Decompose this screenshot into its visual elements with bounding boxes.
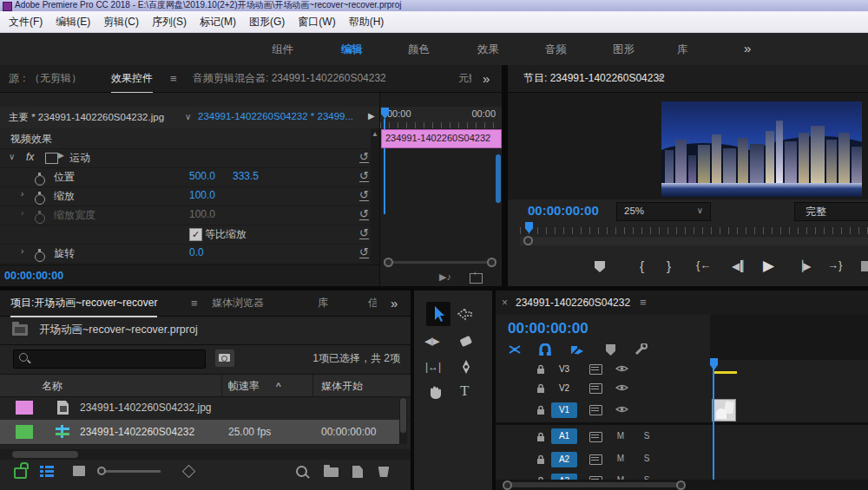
zoom-handle-right[interactable] [487, 258, 496, 267]
program-menu-icon[interactable]: ≡ [657, 65, 664, 92]
label-color-chip[interactable] [16, 425, 33, 439]
go-to-out-icon[interactable]: →} [827, 258, 842, 271]
project-menu-icon[interactable]: ≡ [191, 291, 198, 316]
workspace-overflow-icon[interactable]: » [744, 41, 751, 56]
track-output-eye-icon[interactable] [615, 405, 628, 414]
solo-button[interactable]: S [640, 452, 654, 466]
zoom-slider-handle[interactable] [97, 467, 106, 475]
scale-stopwatch-icon[interactable] [35, 194, 45, 205]
playback-resolution-dropdown[interactable]: 完整 [794, 202, 868, 221]
workspace-tab-libraries[interactable]: 库 [677, 42, 688, 57]
sync-lock-icon[interactable] [589, 432, 602, 442]
track-target-v1[interactable]: V1 [551, 402, 577, 418]
step-forward-icon[interactable]: ▕▶ [795, 260, 811, 272]
rotation-stopwatch-icon[interactable] [35, 252, 45, 262]
project-overflow-icon[interactable]: » [391, 291, 398, 316]
track-output-eye-icon[interactable] [615, 383, 628, 392]
export-frame-icon[interactable]: ↑ [470, 273, 483, 284]
workspace-tab-color[interactable]: 颜色 [408, 42, 430, 57]
icon-view-icon[interactable] [73, 466, 85, 476]
tab-project[interactable]: 项目:开场动画~recover~recover [10, 291, 157, 317]
list-view-icon[interactable] [40, 466, 54, 477]
workspace-tab-effects[interactable]: 效果 [477, 42, 499, 57]
program-scroll-handle[interactable] [523, 236, 533, 245]
rotation-reset-icon[interactable]: ↺ [359, 247, 369, 258]
search-bin-button[interactable] [215, 350, 234, 367]
scroll-handle-right[interactable] [676, 480, 686, 490]
track-target-v2[interactable]: V2 [551, 381, 577, 396]
track-v3[interactable]: V3 [496, 360, 868, 379]
track-v1[interactable]: V1 [496, 398, 868, 423]
bin-hscrollbar[interactable] [0, 449, 411, 460]
position-y-value[interactable]: 333.5 [233, 170, 259, 182]
position-stopwatch-icon[interactable] [35, 175, 45, 186]
tab-media-browser[interactable]: 媒体浏览器 [212, 291, 264, 316]
new-bin-icon[interactable] [324, 467, 339, 477]
track-a3[interactable]: A3 M S [496, 471, 868, 480]
tool-type[interactable]: T [460, 382, 469, 400]
menu-sequence[interactable]: 序列(S) [152, 15, 187, 29]
track-lock-icon[interactable] [536, 364, 545, 374]
solo-button[interactable]: S [640, 474, 654, 480]
menu-markers[interactable]: 标记(M) [200, 15, 236, 29]
menu-edit[interactable]: 编辑(E) [56, 15, 90, 29]
zoom-slider[interactable] [100, 470, 161, 473]
menu-window[interactable]: 窗口(W) [298, 15, 335, 29]
effect-list-scrollbar[interactable]: ▲ [371, 128, 379, 265]
v1-clip[interactable] [712, 399, 736, 421]
menu-graphics[interactable]: 图形(G) [249, 15, 285, 29]
go-to-in-icon[interactable]: {← [696, 258, 711, 271]
master-clip-label[interactable]: 主要 * 234991-1402260S04232.jpg [9, 111, 164, 124]
tool-track-select[interactable] [455, 305, 474, 323]
effect-controls-timecode[interactable]: 00:00:00:00 [4, 270, 63, 282]
mini-zoom-scrollbar[interactable] [384, 258, 496, 267]
sort-ascending-icon[interactable]: ^ [276, 381, 281, 393]
position-reset-icon[interactable]: ↺ [359, 171, 369, 182]
tool-selection[interactable] [426, 302, 450, 326]
sync-lock-icon[interactable] [589, 405, 602, 415]
column-frame-rate[interactable]: 帧速率 [228, 379, 260, 394]
mark-in-icon[interactable]: { [640, 258, 644, 273]
tab-program-monitor[interactable]: 节目: 234991-1402260S04232 [523, 65, 665, 92]
new-item-icon[interactable] [352, 466, 363, 478]
program-scrollbar[interactable] [520, 237, 868, 245]
mini-ruler[interactable]: 00:00 00:00 [380, 107, 502, 128]
automate-to-sequence-icon[interactable] [182, 465, 196, 479]
sync-lock-icon[interactable] [589, 454, 602, 465]
track-lock-icon[interactable] [536, 405, 545, 415]
track-a2[interactable]: A2 M S [496, 448, 868, 472]
program-ruler[interactable] [520, 224, 868, 234]
scroll-up-icon[interactable]: ▲ [372, 130, 378, 138]
motion-effect-row[interactable]: ∨ fx ▶ 运动 ↺ [0, 148, 379, 168]
label-color-chip[interactable] [16, 401, 33, 415]
menu-file[interactable]: 文件(F) [9, 15, 43, 29]
track-v2[interactable]: V2 [496, 378, 868, 399]
mute-button[interactable]: M [614, 474, 628, 480]
mute-button[interactable]: M [614, 452, 628, 466]
tool-slip[interactable]: |↔| [425, 361, 441, 373]
sequence-collapse-icon[interactable]: ∨ [185, 112, 191, 121]
find-icon[interactable] [296, 466, 307, 477]
tab-metadata[interactable]: 元数据 [458, 65, 471, 92]
add-marker-icon[interactable] [595, 261, 605, 272]
timeline-menu-icon[interactable]: ≡ [640, 291, 647, 315]
program-timecode[interactable]: 00:00:00:00 [528, 203, 599, 218]
uniform-scale-reset-icon[interactable]: ↺ [359, 228, 369, 239]
scale-width-reset-icon[interactable]: ↺ [359, 209, 369, 220]
position-x-value[interactable]: 500.0 [189, 170, 215, 182]
play-audio-only-icon[interactable]: ▶♪ [439, 271, 451, 283]
scale-reset-icon[interactable]: ↺ [359, 190, 369, 201]
tool-ripple-edit[interactable]: ◀|▶ [424, 336, 439, 347]
tab-audio-clip-mixer[interactable]: 音频剪辑混合器: 234991-1402260S04232 [193, 65, 386, 92]
bin-row-sequence[interactable]: 234991-1402260S04232 25.00 fps 00:00:00:… [0, 420, 399, 445]
mark-out-icon[interactable]: } [667, 258, 671, 273]
workspace-tab-graphics[interactable]: 图形 [613, 42, 635, 57]
effect-controls-menu-icon[interactable]: ≡ [170, 65, 177, 92]
effect-controls-overflow-icon[interactable]: » [483, 65, 490, 92]
track-target-a2[interactable]: A2 [551, 452, 577, 467]
menu-help[interactable]: 帮助(H) [349, 15, 385, 29]
effect-panel-scrollbar[interactable] [496, 154, 501, 203]
track-target-a1[interactable]: A1 [551, 428, 577, 444]
close-tab-icon[interactable]: × [502, 291, 508, 315]
track-output-eye-icon[interactable] [615, 364, 628, 373]
